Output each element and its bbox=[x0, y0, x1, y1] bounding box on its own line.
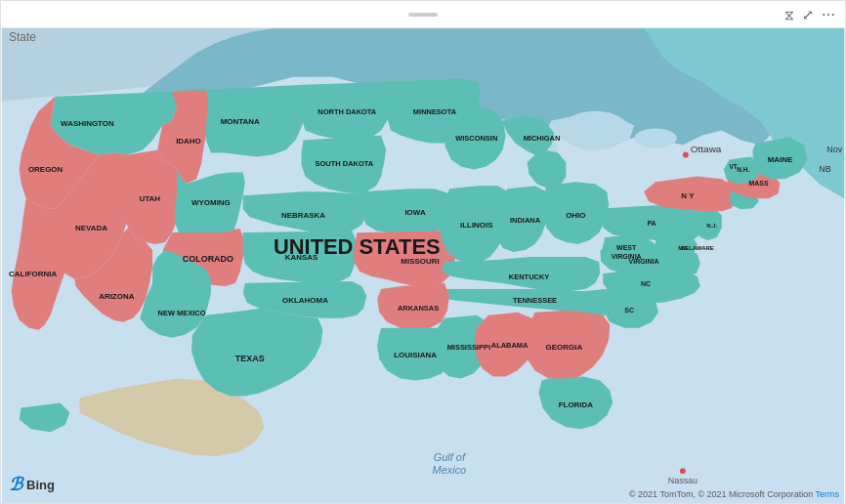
svg-text:FLORIDA: FLORIDA bbox=[559, 400, 594, 409]
svg-text:OHIO: OHIO bbox=[566, 211, 585, 220]
toolbar-icons: ⧖ ⤢ ⋯ bbox=[784, 6, 835, 22]
svg-text:TEXAS: TEXAS bbox=[235, 354, 265, 363]
svg-text:INDIANA: INDIANA bbox=[510, 216, 541, 225]
svg-text:MICHIGAN: MICHIGAN bbox=[524, 134, 561, 143]
svg-text:NEW MEXICO: NEW MEXICO bbox=[158, 309, 206, 317]
svg-text:DELAWARE: DELAWARE bbox=[681, 245, 714, 251]
svg-text:NB: NB bbox=[819, 164, 830, 174]
svg-text:KENTUCKY: KENTUCKY bbox=[509, 273, 549, 281]
drag-handle[interactable] bbox=[408, 13, 438, 17]
svg-text:Ottawa: Ottawa bbox=[691, 144, 722, 154]
svg-text:WYOMING: WYOMING bbox=[191, 198, 231, 207]
more-icon[interactable]: ⋯ bbox=[822, 7, 835, 22]
svg-text:MINNESOTA: MINNESOTA bbox=[413, 107, 457, 116]
svg-text:SC: SC bbox=[624, 307, 634, 314]
svg-text:N.H.: N.H. bbox=[737, 166, 749, 173]
svg-text:ILLINOIS: ILLINOIS bbox=[460, 221, 493, 230]
map-container: ⧖ ⤢ ⋯ State bbox=[0, 0, 846, 504]
svg-text:NORTH DAKOTA: NORTH DAKOTA bbox=[317, 107, 377, 116]
svg-text:Nov: Nov bbox=[826, 145, 842, 154]
svg-text:IOWA: IOWA bbox=[404, 208, 425, 217]
svg-text:WASHINGTON: WASHINGTON bbox=[61, 119, 114, 128]
svg-text:N.J.: N.J. bbox=[706, 223, 717, 229]
map-area[interactable]: WASHINGTON OREGON CALIFORNIA NEVADA IDAH… bbox=[1, 28, 845, 503]
svg-text:NEVADA: NEVADA bbox=[75, 224, 107, 232]
svg-text:COLORADO: COLORADO bbox=[183, 254, 233, 264]
svg-text:NEBRASKA: NEBRASKA bbox=[281, 211, 325, 220]
svg-text:ALABAMA: ALABAMA bbox=[491, 341, 529, 350]
svg-text:Nassau: Nassau bbox=[668, 476, 698, 485]
toolbar: ⧖ ⤢ ⋯ bbox=[1, 1, 845, 28]
svg-text:MONTANA: MONTANA bbox=[221, 117, 260, 126]
bing-text: Bing bbox=[26, 478, 55, 492]
expand-icon[interactable]: ⤢ bbox=[802, 7, 814, 22]
svg-text:IDAHO: IDAHO bbox=[176, 137, 201, 146]
svg-point-53 bbox=[683, 151, 689, 157]
filter-icon[interactable]: ⧖ bbox=[784, 6, 794, 22]
svg-text:VT: VT bbox=[730, 163, 738, 170]
svg-text:CALIFORNIA: CALIFORNIA bbox=[9, 270, 57, 278]
svg-text:OREGON: OREGON bbox=[28, 165, 63, 174]
svg-text:N Y: N Y bbox=[681, 191, 695, 200]
svg-text:Gulf of: Gulf of bbox=[434, 451, 466, 463]
svg-text:WISCONSIN: WISCONSIN bbox=[455, 134, 497, 143]
svg-text:UNITED STATES: UNITED STATES bbox=[274, 234, 441, 259]
svg-text:WEST: WEST bbox=[616, 244, 637, 251]
svg-text:SOUTH DAKOTA: SOUTH DAKOTA bbox=[316, 159, 374, 168]
bing-b-icon: ℬ bbox=[9, 474, 22, 495]
svg-text:NC: NC bbox=[641, 280, 651, 287]
svg-text:PA: PA bbox=[647, 220, 656, 227]
svg-text:GEORGIA: GEORGIA bbox=[546, 343, 583, 352]
svg-text:UTAH: UTAH bbox=[139, 194, 160, 203]
svg-text:MAINE: MAINE bbox=[768, 155, 793, 164]
copyright: © 2021 TomTom, © 2021 Microsoft Corporat… bbox=[629, 489, 839, 499]
svg-text:MISSISSIPPI: MISSISSIPPI bbox=[447, 343, 490, 352]
svg-text:MASS: MASS bbox=[749, 180, 769, 187]
svg-text:LOUISIANA: LOUISIANA bbox=[394, 351, 437, 359]
svg-text:VIRGINIA: VIRGINIA bbox=[612, 253, 642, 260]
svg-point-59 bbox=[680, 468, 686, 474]
terms-link[interactable]: Terms bbox=[816, 489, 840, 499]
svg-text:ARIZONA: ARIZONA bbox=[99, 292, 134, 301]
state-label: State bbox=[9, 30, 36, 44]
svg-text:Mexico: Mexico bbox=[433, 464, 467, 476]
svg-point-3 bbox=[634, 129, 677, 148]
svg-text:OKLAHOMA: OKLAHOMA bbox=[282, 296, 328, 305]
svg-text:TENNESSEE: TENNESSEE bbox=[513, 296, 557, 305]
bing-logo: ℬ Bing bbox=[9, 474, 55, 495]
svg-text:ARKANSAS: ARKANSAS bbox=[398, 304, 439, 313]
